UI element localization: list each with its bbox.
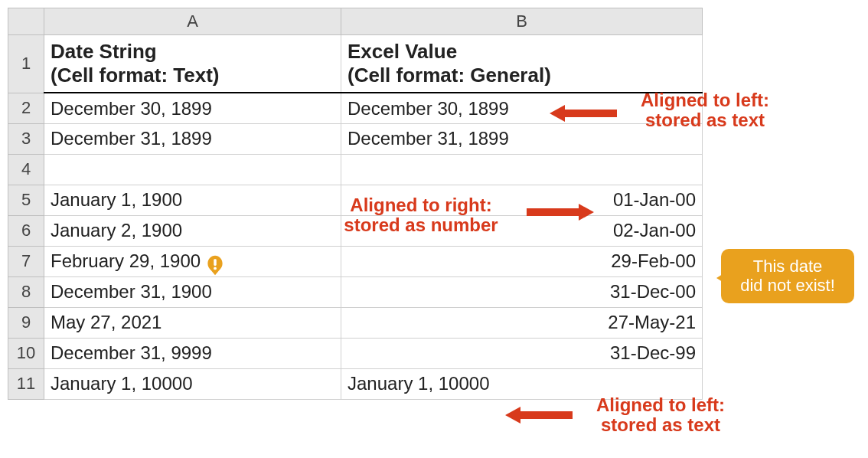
row-header-7[interactable]: 7 [8, 246, 44, 276]
row-header-3[interactable]: 3 [8, 123, 44, 154]
row-header-1[interactable]: 1 [8, 35, 44, 93]
row-2: 2 December 30, 1899 December 30, 1899 [8, 93, 703, 123]
row-10: 10 December 31, 9999 31-Dec-99 [8, 338, 703, 368]
cell-A2[interactable]: December 30, 1899 [44, 93, 341, 123]
cell-A1-line1: Date String [51, 40, 157, 63]
cell-B1[interactable]: Excel Value (Cell format: General) [341, 35, 703, 93]
annotation-bottom: Aligned to left: stored as text [580, 395, 741, 436]
cell-A5[interactable]: January 1, 1900 [44, 185, 341, 215]
row-4: 4 [8, 154, 703, 185]
select-all-corner[interactable] [8, 8, 44, 35]
annotation-bottom-line2: stored as text [601, 414, 720, 435]
column-header-A[interactable]: A [44, 8, 341, 35]
cell-B4[interactable] [341, 154, 703, 185]
row-1: 1 Date String (Cell format: Text) Excel … [8, 35, 703, 93]
cell-B8[interactable]: 31-Dec-00 [341, 276, 703, 307]
row-header-5[interactable]: 5 [8, 185, 44, 215]
row-7: 7 February 29, 1900 29-Feb-00 [8, 246, 703, 276]
row-header-8[interactable]: 8 [8, 276, 44, 307]
cell-A1[interactable]: Date String (Cell format: Text) [44, 35, 341, 93]
cell-A6[interactable]: January 2, 1900 [44, 215, 341, 246]
row-11: 11 January 1, 10000 January 1, 10000 [8, 368, 703, 399]
row-3: 3 December 31, 1899 December 31, 1899 [8, 123, 703, 154]
svg-rect-0 [214, 259, 217, 266]
cell-B10[interactable]: 31-Dec-99 [341, 338, 703, 368]
column-header-B[interactable]: B [341, 8, 703, 35]
callout-line1: This date [753, 257, 823, 276]
cell-B9[interactable]: 27-May-21 [341, 307, 703, 338]
row-header-4[interactable]: 4 [8, 154, 44, 185]
callout-date-not-exist: This date did not exist! [721, 249, 854, 303]
svg-point-1 [214, 267, 217, 270]
spreadsheet: A B 1 Date String (Cell format: Text) Ex… [8, 8, 703, 400]
column-header-row: A B [8, 8, 703, 35]
row-6: 6 January 2, 1900 02-Jan-00 [8, 215, 703, 246]
row-header-11[interactable]: 11 [8, 368, 44, 399]
cell-A4[interactable] [44, 154, 341, 185]
row-header-9[interactable]: 9 [8, 307, 44, 338]
cell-A3[interactable]: December 31, 1899 [44, 123, 341, 154]
cell-B11[interactable]: January 1, 10000 [341, 368, 703, 399]
row-header-2[interactable]: 2 [8, 93, 44, 123]
cell-A1-line2: (Cell format: Text) [51, 64, 220, 87]
cell-A8[interactable]: December 31, 1900 [44, 276, 341, 307]
cell-B1-line2: (Cell format: General) [348, 64, 551, 87]
error-indicator-icon[interactable] [204, 254, 226, 276]
cell-B5[interactable]: 01-Jan-00 [341, 185, 703, 215]
row-5: 5 January 1, 1900 01-Jan-00 [8, 185, 703, 215]
cell-A7[interactable]: February 29, 1900 [44, 246, 341, 276]
worksheet-table: A B 1 Date String (Cell format: Text) Ex… [8, 8, 703, 400]
arrow-left-icon-bottom [505, 405, 573, 425]
cell-B2[interactable]: December 30, 1899 [341, 93, 703, 123]
cell-A9[interactable]: May 27, 2021 [44, 307, 341, 338]
cell-B1-line1: Excel Value [348, 40, 457, 63]
cell-B6[interactable]: 02-Jan-00 [341, 215, 703, 246]
cell-A10[interactable]: December 31, 9999 [44, 338, 341, 368]
cell-B3[interactable]: December 31, 1899 [341, 123, 703, 154]
row-8: 8 December 31, 1900 31-Dec-00 [8, 276, 703, 307]
row-header-6[interactable]: 6 [8, 215, 44, 246]
row-header-10[interactable]: 10 [8, 338, 44, 368]
cell-B7[interactable]: 29-Feb-00 [341, 246, 703, 276]
callout-line2: did not exist! [740, 276, 835, 295]
cell-A11[interactable]: January 1, 10000 [44, 368, 341, 399]
row-9: 9 May 27, 2021 27-May-21 [8, 307, 703, 338]
